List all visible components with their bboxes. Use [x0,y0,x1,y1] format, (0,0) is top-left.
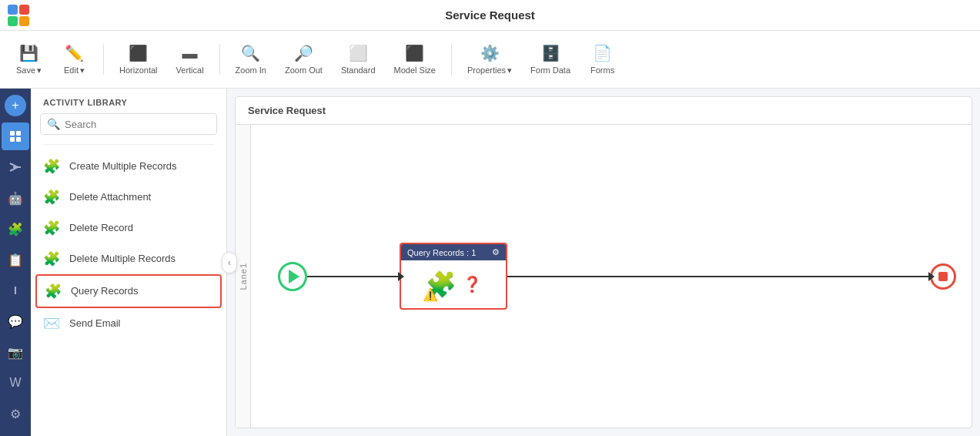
activity-sidebar: ACTIVITY LIBRARY 🔍 🧩 Create Multiple Rec… [31,89,227,436]
zoom-in-label: Zoom In [236,65,266,75]
canvas-title: Service Request [248,105,326,116]
nav-icon-9[interactable]: ⚙ [2,400,29,428]
save-icon: 💾 [19,44,38,62]
delete-record-label: Delete Record [69,222,133,235]
zoom-in-icon: 🔍 [241,44,260,62]
horizontal-label: Horizontal [119,65,158,75]
forms-button[interactable]: 📄 Forms [581,39,624,79]
nav-icon-3[interactable]: 🧩 [2,215,29,243]
delete-multiple-icon: 🧩 [43,250,60,267]
sidebar-collapse-button[interactable]: ‹ [222,252,237,273]
main-layout: + 🤖 🧩 📋 I 💬 📷 W ⚙ ACTIVITY LIBRARY [0,89,980,436]
arrow-to-activity [307,276,400,277]
logo-cell-3 [8,16,18,26]
send-email-label: Send Email [69,317,120,330]
create-multiple-label: Create Multiple Records [69,160,176,173]
lane-container: Lane1 Query Records : 1 [236,124,972,428]
activity-node-body: 🧩 ⚠️ ❓ [401,260,506,308]
activity-item-create-multiple[interactable]: 🧩 Create Multiple Records [31,151,226,182]
question-mark-icon: ❓ [463,275,482,293]
nav-icon-8[interactable]: W [2,369,29,397]
form-data-button[interactable]: 🗄️ Form Data [523,39,578,79]
standard-label: Standard [341,65,376,75]
delete-attachment-icon: 🧩 [43,189,60,206]
nav-icon-6[interactable]: 💬 [2,307,29,335]
search-icon: 🔍 [47,118,60,130]
nav-icon-7[interactable]: 📷 [2,338,29,366]
properties-chevron: ▾ [507,65,512,75]
toolbar-divider-1 [103,44,104,75]
activity-node-query-records[interactable]: Query Records : 1 ⚙ 🧩 ⚠️ ❓ [400,243,507,310]
form-data-icon: 🗄️ [541,44,560,62]
create-multiple-icon: 🧩 [43,158,60,175]
top-bar: Service Request [0,0,980,31]
properties-label: Properties ▾ [467,65,512,75]
query-records-icon: 🧩 [45,283,62,300]
canvas-container: Service Request Lane1 [235,96,972,428]
logo-cell-1 [8,5,18,15]
svg-rect-1 [16,131,21,136]
horizontal-button[interactable]: ⬛ Horizontal [112,39,166,79]
activity-item-delete-record[interactable]: 🧩 Delete Record [31,213,226,243]
toolbar: 💾 Save ▾ ✏️ Edit ▾ ⬛ Horizontal ▬ Vertic… [0,31,980,89]
arrow-to-end [507,276,930,277]
puzzle-wrapper: 🧩 ⚠️ [426,270,457,299]
edit-button[interactable]: ✏️ Edit ▾ [53,39,95,80]
page-title: Service Request [445,8,535,22]
horizontal-icon: ⬛ [129,44,148,62]
activity-lib-icon[interactable] [2,122,29,150]
save-chevron: ▾ [37,65,42,75]
nav-icon-2[interactable]: 🤖 [2,184,29,212]
delete-record-icon: 🧩 [43,220,60,236]
delete-attachment-label: Delete Attachment [69,191,151,204]
logo-cell-4 [19,16,29,26]
activity-item-send-email[interactable]: ✉️ Send Email [31,308,226,339]
forms-icon: 📄 [593,44,612,62]
activity-list: 🧩 Create Multiple Records 🧩 Delete Attac… [31,148,226,436]
activity-item-delete-attachment[interactable]: 🧩 Delete Attachment [31,182,226,213]
forms-label: Forms [590,65,614,75]
svg-rect-3 [16,137,21,142]
activity-item-delete-multiple[interactable]: 🧩 Delete Multiple Records [31,243,226,274]
properties-button[interactable]: ⚙️ Properties ▾ [460,39,520,80]
search-input[interactable] [65,119,210,130]
search-box[interactable]: 🔍 [40,113,217,135]
delete-multiple-label: Delete Multiple Records [69,253,176,266]
save-label: Save ▾ [16,65,42,75]
query-records-label: Query Records [71,285,138,298]
vertical-button[interactable]: ▬ Vertical [169,40,212,79]
app-logo [8,5,29,26]
canvas-area: Service Request Lane1 [227,89,980,436]
toolbar-divider-2 [219,44,220,75]
flow-area: Query Records : 1 ⚙ 🧩 ⚠️ ❓ [255,125,972,428]
vertical-icon: ▬ [182,45,198,62]
model-size-label: Model Size [394,65,436,75]
model-size-icon: ⬛ [405,44,424,62]
start-node[interactable] [278,262,307,291]
vertical-label: Vertical [176,65,204,75]
svg-rect-0 [10,131,15,136]
save-button[interactable]: 💾 Save ▾ [8,39,50,80]
logo-cell-2 [19,5,29,15]
activity-item-query-records[interactable]: 🧩 Query Records [35,274,222,308]
edit-chevron: ▾ [80,65,85,75]
form-data-label: Form Data [530,65,570,75]
model-size-button[interactable]: ⬛ Model Size [386,39,443,79]
zoom-out-icon: 🔎 [294,44,313,62]
nav-icon-4[interactable]: 📋 [2,246,29,273]
add-button[interactable]: + [5,95,26,116]
lane-label: Lane1 [236,125,251,428]
nav-icon-5[interactable]: I [2,277,29,304]
nav-icon-1[interactable] [2,153,29,181]
send-email-icon: ✉️ [43,315,60,332]
zoom-in-button[interactable]: 🔍 Zoom In [228,39,274,79]
toolbar-divider-3 [451,44,452,75]
standard-button[interactable]: ⬜ Standard [333,39,383,79]
edit-icon: ✏️ [65,44,84,62]
svg-rect-2 [10,137,15,142]
activity-node-settings-icon[interactable]: ⚙ [492,247,500,257]
lane-1: Lane1 Query Records : 1 [236,124,972,428]
activity-node-header: Query Records : 1 ⚙ [401,244,506,260]
zoom-out-button[interactable]: 🔎 Zoom Out [277,39,330,79]
zoom-out-label: Zoom Out [285,65,323,75]
